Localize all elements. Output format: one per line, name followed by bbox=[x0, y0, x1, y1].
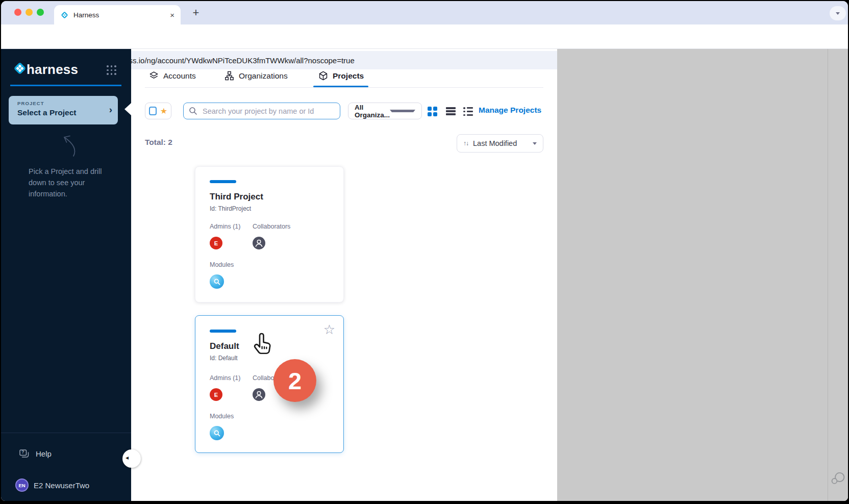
module-icon[interactable] bbox=[210, 274, 224, 289]
help-chat-icon bbox=[18, 448, 30, 459]
project-select-label: Select a Project bbox=[17, 108, 76, 117]
question-mark-glyph: ? bbox=[21, 449, 24, 455]
page-gutter bbox=[557, 49, 848, 501]
step-badge: 2 bbox=[273, 359, 316, 402]
user-avatar: EN bbox=[15, 478, 29, 492]
browser-window: Harness × + ← → ↻ app.harness.io/ng/acco… bbox=[1, 1, 848, 501]
org-filter-value: All Organiza... bbox=[355, 104, 390, 119]
favorites-checkbox[interactable] bbox=[149, 107, 157, 115]
tab-strip: Harness × + bbox=[1, 1, 848, 24]
browser-toolbar: ← → ↻ app.harness.io/ng/account/YWdkwNPi… bbox=[1, 24, 848, 49]
sort-dropdown[interactable]: ↑↓ Last Modified bbox=[457, 134, 543, 153]
chevron-down-icon bbox=[390, 110, 415, 112]
list-view-button[interactable] bbox=[446, 107, 456, 115]
close-window-button[interactable] bbox=[14, 9, 21, 16]
project-card-third-project[interactable]: Third Project Id: ThirdProject Admins (1… bbox=[195, 166, 344, 303]
tab-title: Harness bbox=[73, 11, 170, 19]
brand-wordmark: harness bbox=[27, 62, 78, 78]
card-accent-bar bbox=[210, 180, 236, 183]
chevron-down-icon bbox=[533, 142, 537, 145]
module-grid-icon[interactable] bbox=[107, 65, 117, 75]
chevron-down-icon bbox=[836, 12, 840, 15]
scrollbar-track[interactable] bbox=[828, 49, 828, 501]
sort-arrows-icon: ↑↓ bbox=[463, 140, 468, 147]
admins-label: Admins (1) bbox=[210, 374, 240, 382]
project-search[interactable] bbox=[183, 103, 340, 119]
hand-cursor-icon bbox=[250, 333, 272, 358]
admin-avatar[interactable]: E bbox=[210, 388, 222, 401]
search-icon bbox=[189, 107, 197, 115]
grid-view-button[interactable] bbox=[428, 107, 437, 116]
favorite-star-icon[interactable]: ★ bbox=[160, 107, 167, 115]
card-accent-bar bbox=[210, 330, 236, 333]
tab-search-button[interactable] bbox=[830, 6, 846, 20]
modules-label: Modules bbox=[210, 413, 234, 420]
selector-pointer bbox=[124, 103, 131, 115]
detail-view-button[interactable] bbox=[463, 107, 473, 116]
minimize-window-button[interactable] bbox=[26, 9, 33, 16]
harness-logo-icon bbox=[12, 61, 28, 76]
user-name: E2 NewuserTwo bbox=[34, 481, 89, 490]
project-id: Id: Default bbox=[210, 355, 238, 362]
project-selector[interactable]: PROJECT Select a Project › bbox=[9, 96, 118, 124]
maximize-window-button[interactable] bbox=[37, 9, 44, 16]
chevron-right-icon: › bbox=[109, 104, 112, 115]
support-chat-icon[interactable] bbox=[829, 469, 846, 487]
organizations-icon bbox=[224, 71, 234, 81]
tab-accounts-label: Accounts bbox=[163, 71, 196, 81]
harness-favicon bbox=[60, 11, 69, 19]
favorites-filter-group: ★ bbox=[145, 103, 171, 119]
accounts-icon bbox=[149, 71, 159, 81]
tab-close-icon[interactable]: × bbox=[170, 11, 174, 19]
user-profile-button[interactable]: EN E2 NewuserTwo bbox=[15, 478, 89, 492]
tab-projects-label: Projects bbox=[333, 71, 364, 81]
projects-icon bbox=[318, 71, 328, 81]
org-filter-dropdown[interactable]: All Organiza... bbox=[348, 103, 422, 119]
tab-organizations-label: Organizations bbox=[239, 71, 288, 81]
sidebar-divider bbox=[1, 433, 131, 433]
project-title: Third Project bbox=[210, 192, 263, 202]
favorite-star-icon[interactable]: ☆ bbox=[323, 322, 335, 338]
modules-label: Modules bbox=[210, 261, 234, 268]
total-count: Total: 2 bbox=[145, 138, 172, 147]
sidebar-hint-text: Pick a Project and drill down to see you… bbox=[29, 166, 106, 199]
tab-accounts[interactable]: Accounts bbox=[149, 71, 196, 81]
admin-avatar[interactable]: E bbox=[210, 237, 222, 249]
person-icon bbox=[253, 388, 265, 401]
new-tab-button[interactable]: + bbox=[189, 6, 203, 20]
manage-projects-link[interactable]: Manage Projects bbox=[479, 106, 541, 115]
browser-tab[interactable]: Harness × bbox=[54, 5, 181, 24]
collaborator-avatar[interactable] bbox=[253, 237, 265, 249]
collapse-arrow-icon: ◂ bbox=[126, 454, 129, 461]
project-kicker-label: PROJECT bbox=[17, 100, 44, 106]
project-title: Default bbox=[210, 341, 239, 351]
tab-projects[interactable]: Projects bbox=[318, 71, 364, 81]
project-id: Id: ThirdProject bbox=[210, 205, 251, 212]
collaborator-avatar[interactable] bbox=[253, 388, 265, 401]
sort-value: Last Modified bbox=[473, 139, 528, 147]
search-input[interactable] bbox=[202, 107, 335, 116]
help-label: Help bbox=[36, 449, 52, 458]
tab-organizations[interactable]: Organizations bbox=[224, 71, 288, 81]
doodle-arrow-icon bbox=[53, 130, 80, 158]
collaborators-label: Collaborators bbox=[253, 223, 290, 230]
module-icon[interactable] bbox=[210, 426, 224, 440]
person-icon bbox=[253, 237, 265, 249]
sidebar-accent-divider bbox=[10, 85, 121, 86]
admins-label: Admins (1) bbox=[210, 223, 240, 230]
tabs-bottom-border bbox=[145, 87, 543, 88]
